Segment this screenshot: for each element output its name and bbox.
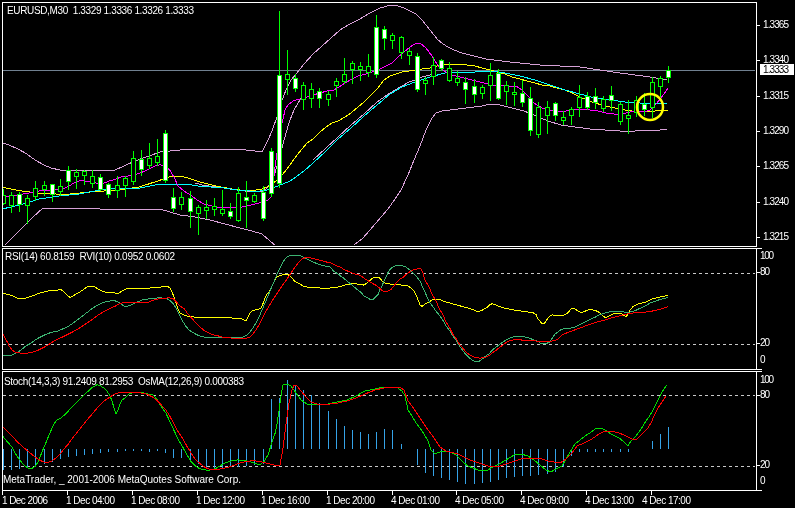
svg-text:MetaTrader, _ 2001-2006 MetaQu: MetaTrader, _ 2001-2006 MetaQuotes Softw… [3, 474, 241, 485]
svg-text:1 Dec 2006: 1 Dec 2006 [2, 495, 48, 506]
svg-text:0: 0 [760, 475, 766, 486]
svg-text:1.3315: 1.3315 [763, 90, 789, 101]
svg-text:1.3333: 1.3333 [763, 64, 789, 75]
svg-text:20: 20 [760, 459, 770, 470]
svg-text:4 Dec 17:00: 4 Dec 17:00 [642, 495, 691, 506]
svg-text:4 Dec 05:00: 4 Dec 05:00 [455, 495, 504, 506]
svg-text:1 Dec 08:00: 1 Dec 08:00 [131, 495, 180, 506]
svg-text:1 Dec 04:00: 1 Dec 04:00 [66, 495, 115, 506]
svg-text:EURUSD,M30 1.3329 1.3336 1.33: EURUSD,M30 1.3329 1.3336 1.3326 1.3333 [7, 5, 194, 16]
svg-text:4 Dec 01:00: 4 Dec 01:00 [391, 495, 440, 506]
svg-text:1 Dec 20:00: 1 Dec 20:00 [326, 495, 375, 506]
svg-text:RSI(14) 60.8159 RVI(10) 0.095: RSI(14) 60.8159 RVI(10) 0.0952 0.0602 [5, 251, 175, 262]
svg-text:1.3240: 1.3240 [763, 196, 789, 207]
svg-text:Stoch(14,3,3) 91.2409 81.2953: Stoch(14,3,3) 91.2409 81.2953 OsMA(12,26… [4, 376, 244, 387]
svg-text:4 Dec 13:00: 4 Dec 13:00 [585, 495, 634, 506]
svg-text:20: 20 [760, 337, 770, 348]
svg-text:80: 80 [760, 389, 770, 400]
svg-text:1.3215: 1.3215 [763, 231, 789, 242]
svg-text:80: 80 [760, 266, 770, 277]
svg-text:1.3290: 1.3290 [763, 125, 789, 136]
svg-text:100: 100 [760, 250, 774, 261]
svg-text:4 Dec 09:00: 4 Dec 09:00 [520, 495, 569, 506]
svg-text:100: 100 [760, 374, 774, 385]
svg-text:0: 0 [760, 354, 766, 365]
svg-text:1.3265: 1.3265 [763, 160, 789, 171]
svg-text:1.3365: 1.3365 [763, 19, 789, 30]
svg-text:1 Dec 12:00: 1 Dec 12:00 [196, 495, 245, 506]
svg-text:1 Dec 16:00: 1 Dec 16:00 [261, 495, 310, 506]
